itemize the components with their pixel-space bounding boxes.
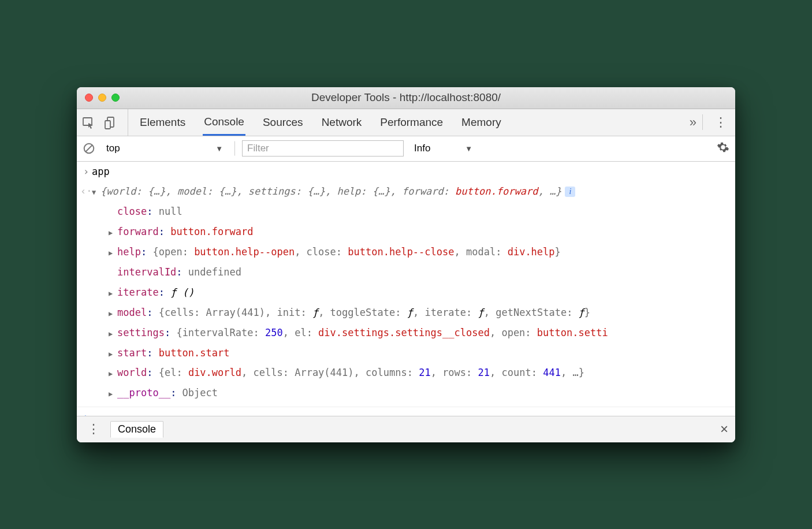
drawer: ⋮ Console × bbox=[77, 416, 735, 442]
dropdown-triangle-icon: ▼ bbox=[215, 144, 223, 153]
more-tabs-icon[interactable]: » bbox=[684, 114, 703, 131]
input-prompt-icon: › bbox=[80, 163, 92, 180]
svg-rect-2 bbox=[105, 121, 110, 129]
tab-sources[interactable]: Sources bbox=[262, 109, 304, 136]
info-badge-icon[interactable]: i bbox=[565, 187, 575, 197]
expand-triangle-icon[interactable]: ▶ bbox=[109, 368, 116, 379]
clear-console-icon[interactable] bbox=[83, 142, 95, 155]
console-filter-bar: top ▼ Info ▼ bbox=[77, 136, 735, 162]
prop-model[interactable]: ▶model: {cells: Array(441), init: ƒ, tog… bbox=[77, 303, 735, 323]
drawer-close-icon[interactable]: × bbox=[720, 421, 728, 437]
traffic-lights bbox=[85, 94, 120, 102]
expand-triangle-icon[interactable]: ▶ bbox=[109, 247, 116, 259]
expand-triangle-icon[interactable]: ▶ bbox=[109, 348, 116, 360]
prop-settings[interactable]: ▶settings: {intervalRate: 250, el: div.s… bbox=[77, 323, 735, 343]
devtools-menu-icon[interactable]: ⋮ bbox=[711, 115, 731, 130]
prop-close[interactable]: close: null bbox=[77, 202, 735, 222]
console-prompt-row[interactable]: › bbox=[77, 407, 735, 415]
context-select[interactable]: top ▼ bbox=[102, 141, 235, 156]
drawer-menu-icon[interactable]: ⋮ bbox=[84, 422, 103, 437]
prop-help[interactable]: ▶help: {open: button.help--open, close: … bbox=[77, 242, 735, 262]
window-title: Developer Tools - http://localhost:8080/ bbox=[77, 91, 735, 104]
log-level-select[interactable]: Info ▼ bbox=[411, 143, 476, 154]
inspect-element-icon[interactable] bbox=[81, 116, 95, 129]
prop-forward[interactable]: ▶forward: button.forward bbox=[77, 222, 735, 242]
console-result-row[interactable]: ‹· ▼{world: {…}, model: {…}, settings: {… bbox=[77, 181, 735, 202]
context-value: top bbox=[106, 143, 120, 154]
prop-start[interactable]: ▶start: button.start bbox=[77, 343, 735, 363]
expand-triangle-icon[interactable]: ▶ bbox=[109, 227, 116, 239]
prop-proto[interactable]: ▶__proto__: Object bbox=[77, 383, 735, 403]
devtools-window: Developer Tools - http://localhost:8080/… bbox=[77, 87, 735, 442]
prop-world[interactable]: ▶world: {el: div.world, cells: Array(441… bbox=[77, 363, 735, 383]
expand-triangle-icon[interactable]: ▶ bbox=[109, 308, 116, 319]
tab-console[interactable]: Console bbox=[203, 109, 245, 136]
prop-intervalid[interactable]: intervalId: undefined bbox=[77, 262, 735, 282]
level-value: Info bbox=[414, 143, 430, 154]
expand-triangle-down-icon[interactable]: ▼ bbox=[92, 187, 99, 198]
tabs: Elements Console Sources Network Perform… bbox=[133, 109, 502, 136]
expand-triangle-icon[interactable]: ▶ bbox=[109, 388, 116, 400]
titlebar: Developer Tools - http://localhost:8080/ bbox=[77, 87, 735, 109]
tab-memory[interactable]: Memory bbox=[460, 109, 502, 136]
toggle-device-icon[interactable] bbox=[103, 116, 117, 129]
minimize-window-button[interactable] bbox=[98, 94, 106, 102]
console-input-row[interactable]: › app bbox=[77, 162, 735, 182]
close-window-button[interactable] bbox=[85, 94, 93, 102]
output-prompt-icon: ‹· bbox=[80, 183, 92, 200]
result-summary: ▼{world: {…}, model: {…}, settings: {…},… bbox=[92, 183, 729, 200]
tab-performance[interactable]: Performance bbox=[379, 109, 444, 136]
tab-network[interactable]: Network bbox=[321, 109, 363, 136]
prop-iterate[interactable]: ▶iterate: ƒ () bbox=[77, 282, 735, 303]
tabbar-tools bbox=[81, 109, 128, 136]
devtools-tabbar: Elements Console Sources Network Perform… bbox=[77, 109, 735, 136]
expand-triangle-icon[interactable]: ▶ bbox=[109, 288, 116, 299]
drawer-tab-console[interactable]: Console bbox=[110, 421, 163, 438]
console-settings-icon[interactable] bbox=[717, 141, 729, 157]
tabbar-right: » ⋮ bbox=[684, 109, 731, 136]
svg-line-4 bbox=[86, 146, 92, 152]
expand-triangle-icon[interactable]: ▶ bbox=[109, 328, 116, 340]
zoom-window-button[interactable] bbox=[111, 94, 120, 102]
tab-elements[interactable]: Elements bbox=[139, 109, 187, 136]
filter-input[interactable] bbox=[242, 140, 404, 157]
prompt-caret-icon: › bbox=[80, 409, 92, 415]
console-output: › app ‹· ▼{world: {…}, model: {…}, setti… bbox=[77, 162, 735, 416]
console-command: app bbox=[92, 163, 729, 180]
dropdown-triangle-icon: ▼ bbox=[465, 144, 472, 153]
